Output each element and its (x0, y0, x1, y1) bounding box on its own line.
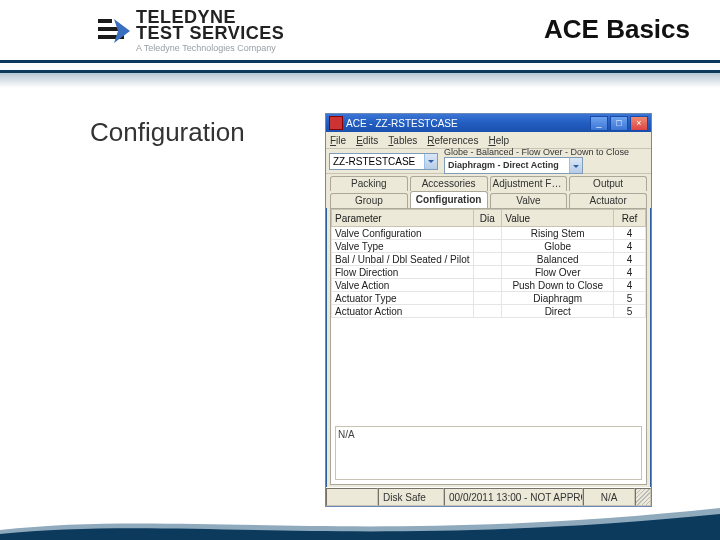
window-title: ACE - ZZ-RSTESTCASE (346, 118, 458, 129)
menu-help[interactable]: Help (488, 135, 509, 146)
table-cell[interactable] (473, 279, 502, 292)
menu-tables[interactable]: Tables (388, 135, 417, 146)
window-maximize-button[interactable]: □ (610, 116, 628, 131)
tab-valve[interactable]: Valve (490, 193, 568, 208)
table-cell[interactable]: 4 (614, 227, 646, 240)
menu-file[interactable]: File (330, 135, 346, 146)
window-close-button[interactable]: × (630, 116, 648, 131)
table-cell[interactable] (473, 240, 502, 253)
tab-group[interactable]: Group (330, 193, 408, 208)
window-titlebar[interactable]: ACE - ZZ-RSTESTCASE _ □ × (326, 114, 651, 132)
tab-actuator[interactable]: Actuator (569, 193, 647, 208)
menu-edits[interactable]: Edits (356, 135, 378, 146)
table-cell[interactable] (473, 253, 502, 266)
tab-output[interactable]: Output (569, 176, 647, 191)
description-box: N/A (335, 426, 642, 480)
window-minimize-button[interactable]: _ (590, 116, 608, 131)
actuator-combo[interactable]: Diaphragm - Direct Acting (444, 157, 583, 174)
table-cell[interactable]: 4 (614, 279, 646, 292)
table-row[interactable]: Valve ActionPush Down to Close4 (332, 279, 646, 292)
table-row[interactable]: Actuator TypeDiaphragm5 (332, 292, 646, 305)
brand-logo-icon (98, 15, 130, 47)
table-row[interactable]: Bal / Unbal / Dbl Seated / PilotBalanced… (332, 253, 646, 266)
table-cell[interactable]: Valve Type (332, 240, 474, 253)
tab-adjustment-factors[interactable]: Adjustment Factors (490, 176, 568, 191)
table-row[interactable]: Flow DirectionFlow Over4 (332, 266, 646, 279)
table-row[interactable]: Actuator ActionDirect5 (332, 305, 646, 318)
testcase-combo[interactable]: ZZ-RSTESTCASE (329, 153, 438, 170)
col-value[interactable]: Value (502, 210, 614, 227)
app-icon (329, 116, 343, 130)
tab-configuration[interactable]: Configuration (410, 191, 488, 208)
svg-marker-1 (98, 27, 118, 31)
slide-header: TELEDYNE TEST SERVICES A Teledyne Techno… (0, 0, 720, 70)
menu-references[interactable]: References (427, 135, 478, 146)
ace-window: ACE - ZZ-RSTESTCASE _ □ × File Edits Tab… (325, 113, 652, 507)
table-cell[interactable]: Flow Direction (332, 266, 474, 279)
table-cell[interactable]: Actuator Action (332, 305, 474, 318)
table-cell[interactable] (473, 292, 502, 305)
svg-marker-0 (98, 19, 112, 23)
configuration-panel: Parameter Dia Value Ref Valve Configurat… (330, 208, 647, 485)
table-cell[interactable]: Valve Action (332, 279, 474, 292)
tab-strip: Packing Accessories Adjustment Factors O… (326, 174, 651, 208)
table-row[interactable]: Valve TypeGlobe4 (332, 240, 646, 253)
configuration-grid[interactable]: Parameter Dia Value Ref Valve Configurat… (331, 209, 646, 318)
col-parameter[interactable]: Parameter (332, 210, 474, 227)
table-cell[interactable] (473, 305, 502, 318)
table-cell[interactable]: Bal / Unbal / Dbl Seated / Pilot (332, 253, 474, 266)
table-cell[interactable]: Push Down to Close (502, 279, 614, 292)
table-cell[interactable]: Actuator Type (332, 292, 474, 305)
tab-accessories[interactable]: Accessories (410, 176, 488, 191)
toolbar: ZZ-RSTESTCASE Globe - Balanced - Flow Ov… (326, 149, 651, 174)
table-cell[interactable]: Flow Over (502, 266, 614, 279)
table-cell[interactable]: 5 (614, 305, 646, 318)
header-gradient (0, 70, 720, 88)
brand-line2: TEST SERVICES (136, 24, 284, 42)
section-label: Configuration (90, 118, 240, 147)
table-cell[interactable]: Direct (502, 305, 614, 318)
table-row[interactable]: Valve ConfigurationRising Stem4 (332, 227, 646, 240)
table-cell[interactable]: 4 (614, 253, 646, 266)
summary-line: Globe - Balanced - Flow Over - Down to C… (444, 148, 629, 157)
footer-wave (0, 500, 720, 540)
table-cell[interactable]: 4 (614, 240, 646, 253)
table-cell[interactable]: Globe (502, 240, 614, 253)
header-separator (0, 60, 720, 63)
tab-packing[interactable]: Packing (330, 176, 408, 191)
table-cell[interactable]: Balanced (502, 253, 614, 266)
brand-subtitle: A Teledyne Technologies Company (136, 44, 284, 53)
table-cell[interactable] (473, 266, 502, 279)
table-cell[interactable]: Rising Stem (502, 227, 614, 240)
col-dia[interactable]: Dia (473, 210, 502, 227)
table-cell[interactable]: 5 (614, 292, 646, 305)
page-title: ACE Basics (544, 14, 690, 45)
table-cell[interactable]: Valve Configuration (332, 227, 474, 240)
table-cell[interactable]: Diaphragm (502, 292, 614, 305)
col-ref[interactable]: Ref (614, 210, 646, 227)
brand-block: TELEDYNE TEST SERVICES A Teledyne Techno… (98, 8, 284, 53)
table-cell[interactable] (473, 227, 502, 240)
table-cell[interactable]: 4 (614, 266, 646, 279)
